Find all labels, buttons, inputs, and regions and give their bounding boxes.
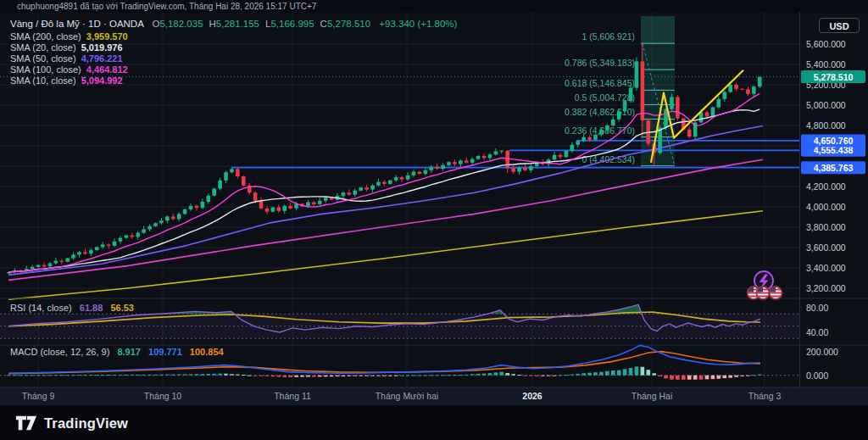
svg-text:5,600.000: 5,600.000 <box>806 39 846 49</box>
macd-pane <box>0 345 868 380</box>
us-flag-event-icons[interactable] <box>747 287 782 299</box>
svg-text:3,400.000: 3,400.000 <box>806 263 846 273</box>
svg-text:Tháng 10: Tháng 10 <box>144 391 182 401</box>
svg-text:Tháng Hai: Tháng Hai <box>632 391 672 401</box>
svg-text:Tháng 3: Tháng 3 <box>748 391 782 401</box>
svg-text:4,650.760: 4,650.760 <box>814 136 854 146</box>
svg-text:0.618 (5,146.845): 0.618 (5,146.845) <box>565 78 635 88</box>
svg-text:3,200.000: 3,200.000 <box>806 283 846 293</box>
svg-text:3,800.000: 3,800.000 <box>806 222 846 232</box>
currency-toggle-button[interactable]: USD <box>819 18 860 33</box>
svg-text:40.00: 40.00 <box>806 327 828 337</box>
price-chart-canvas[interactable]: 1 (5,606.921)0.786 (5,349.183)0.618 (5,1… <box>0 0 868 440</box>
svg-text:1 (5,606.921): 1 (5,606.921) <box>582 31 635 42</box>
rsi-pane <box>0 298 868 338</box>
svg-text:0.000: 0.000 <box>806 370 828 381</box>
tradingview-logo-icon <box>15 413 37 433</box>
svg-text:Tháng 11: Tháng 11 <box>274 391 311 401</box>
svg-text:4,000.000: 4,000.000 <box>806 202 846 212</box>
svg-text:200.000: 200.000 <box>806 347 838 357</box>
svg-text:5,000.000: 5,000.000 <box>806 100 846 110</box>
tradingview-chart-window: chuphuong4891 đã tạo với TradingView.com… <box>0 0 868 440</box>
footer-bar: TradingView <box>0 405 868 440</box>
price-axis[interactable]: 5,600.0005,400.0005,200.0005,000.0004,80… <box>800 12 866 405</box>
svg-text:5,400.000: 5,400.000 <box>806 59 846 70</box>
us-flag-icon[interactable] <box>756 287 769 299</box>
horizontal-price-lines[interactable] <box>231 141 799 168</box>
svg-text:3,600.000: 3,600.000 <box>806 242 846 253</box>
svg-text:Tháng Mười hai: Tháng Mười hai <box>376 391 439 401</box>
tradingview-logo[interactable]: TradingView <box>15 413 128 433</box>
time-axis[interactable]: Tháng 9Tháng 10Tháng 11Tháng Mười hai202… <box>0 387 868 405</box>
svg-text:4,385.763: 4,385.763 <box>814 163 854 173</box>
tradingview-logo-text: TradingView <box>44 415 128 432</box>
svg-text:5,278.510: 5,278.510 <box>814 72 854 82</box>
svg-text:Tháng 9: Tháng 9 <box>22 391 55 401</box>
svg-text:0.786 (5,349.183): 0.786 (5,349.183) <box>565 58 635 68</box>
svg-text:80.00: 80.00 <box>806 303 828 313</box>
svg-text:4,800.000: 4,800.000 <box>806 120 846 131</box>
us-flag-icon[interactable] <box>769 287 782 299</box>
svg-text:4,200.000: 4,200.000 <box>806 181 846 192</box>
svg-text:2026: 2026 <box>522 391 542 401</box>
